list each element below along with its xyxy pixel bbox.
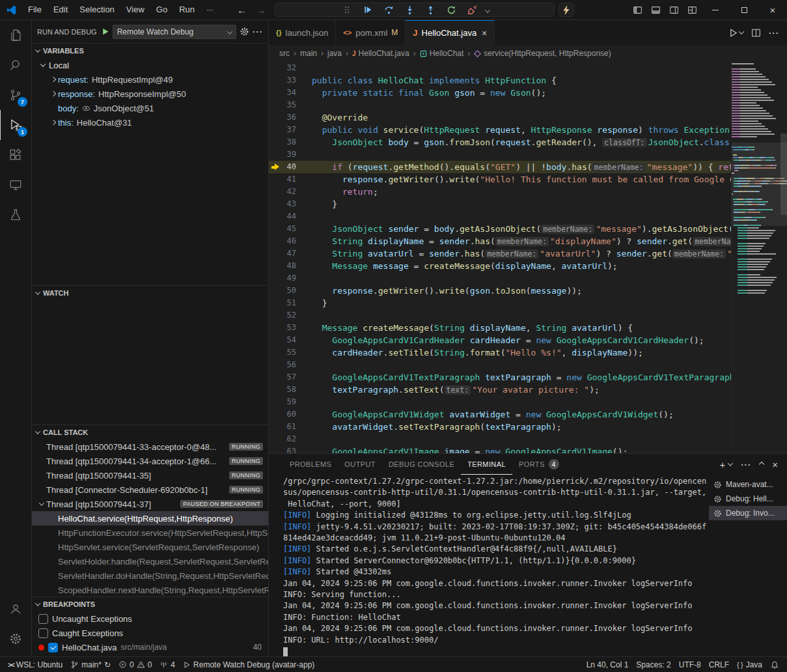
maximize-panel-icon[interactable] (760, 462, 764, 466)
panel-tab-output[interactable]: OUTPUT (338, 454, 382, 475)
breadcrumb-item[interactable]: JHelloChat.java (352, 49, 409, 58)
command-center[interactable] (275, 3, 555, 17)
menu-file[interactable]: File (22, 0, 48, 20)
code-line[interactable]: 44 (269, 210, 731, 223)
lazy-eval-eye-icon[interactable] (82, 104, 90, 113)
variable-row[interactable]: this:HelloChat@31 (32, 115, 268, 130)
code-line[interactable]: 40 if (request.getMethod().equals("GET")… (269, 161, 731, 173)
window-close-button[interactable]: × (758, 0, 787, 20)
window-maximize-button[interactable] (730, 0, 758, 20)
customize-layout-icon[interactable] (683, 0, 701, 20)
new-terminal-button[interactable]: + (719, 459, 732, 470)
ports-status[interactable]: 4 (156, 657, 179, 672)
git-branch-status[interactable]: main* ↻ (66, 657, 115, 672)
variable-row[interactable]: request:HttpRequestImpl@49 (32, 72, 268, 87)
code-line[interactable]: 53 Message createMessage(String displayN… (269, 322, 731, 334)
cursor-position[interactable]: Ln 40, Col 1 (583, 657, 633, 672)
terminal-list-item[interactable]: Debug: Invo... (709, 506, 787, 520)
menu-selection[interactable]: Selection (74, 0, 120, 20)
code-line[interactable]: 46 String displayName = sender.has(membe… (269, 235, 731, 247)
code-line[interactable]: 38 JsonObject body = gson.fromJson(reque… (269, 136, 731, 148)
terminal-list-item[interactable]: Debug: Hell... (709, 492, 787, 506)
panel-more-actions-icon[interactable]: ··· (741, 460, 751, 469)
breadcrumb-item[interactable]: src (279, 49, 290, 58)
editor-scrollbar[interactable] (780, 133, 787, 215)
code-line[interactable]: 62 (269, 433, 731, 445)
breakpoint-checkbox[interactable] (48, 643, 58, 652)
minimap[interactable] (731, 62, 787, 453)
stack-frame-row[interactable]: ScopedHandler.nextHandle(String,Request,… (32, 583, 268, 596)
code-line[interactable]: 59 (269, 396, 731, 408)
variable-row[interactable]: response:HttpResponseImpl@50 (32, 87, 268, 101)
nav-forward-icon[interactable]: → (256, 5, 266, 16)
problems-status[interactable]: 0 0 (115, 657, 156, 672)
scope-local[interactable]: Local (32, 58, 268, 72)
menu-edit[interactable]: Edit (48, 0, 74, 20)
language-mode[interactable]: { } Java (733, 657, 766, 672)
panel-tab-terminal[interactable]: TERMINAL (461, 454, 512, 475)
code-line[interactable]: 45 JsonObject sender = body.getAsJsonObj… (269, 223, 731, 235)
explorer-icon[interactable] (0, 20, 31, 50)
code-line[interactable]: 39 (269, 148, 731, 161)
callstack-thread-row[interactable]: Thread [qtp1500079441-34-acceptor-1@66..… (32, 454, 268, 468)
stack-frame-row[interactable]: HttpFunctionExecutor.service(HttpServlet… (32, 525, 268, 540)
code-line[interactable]: 32 (269, 62, 731, 74)
variable-row[interactable]: body:JsonObject@51 (32, 101, 268, 115)
code-line[interactable]: 55 cardHeader.setTitle(String.format("He… (269, 346, 731, 359)
code-line[interactable]: 58 textParagraph.setText(text:"Your avat… (269, 384, 731, 396)
split-editor-icon[interactable] (751, 28, 761, 38)
nav-back-icon[interactable]: ← (237, 5, 247, 16)
close-panel-icon[interactable]: × (772, 459, 778, 470)
remote-indicator[interactable]: >< WSL: Ubuntu (4, 657, 66, 672)
code-line[interactable]: 33public class HelloChat implements Http… (269, 74, 731, 87)
code-line[interactable]: 56 (269, 359, 731, 371)
code-line[interactable]: 54 GoogleAppsCardV1CardHeader cardHeader… (269, 334, 731, 346)
breakpoint-row[interactable]: HelloChat.javasrc/main/java40 (32, 640, 268, 654)
code-line[interactable]: 35 (269, 99, 731, 111)
callstack-thread-row[interactable]: Thread [qtp1500079441-35]RUNNING (32, 468, 268, 483)
indentation-status[interactable]: Spaces: 2 (632, 657, 674, 672)
callstack-thread-row[interactable]: Thread [qtp1500079441-37]PAUSED ON BREAK… (32, 497, 268, 511)
window-minimize-button[interactable] (701, 0, 730, 20)
editor-more-actions-icon[interactable]: ··· (769, 28, 779, 38)
debug-continue-button[interactable] (361, 3, 375, 16)
editor-tab-pom.xml[interactable]: <>pom.xmlM (336, 20, 406, 45)
breakpoints-header[interactable]: BREAKPOINTS (32, 597, 268, 611)
toggle-panel-icon[interactable] (646, 0, 665, 20)
code-line[interactable]: 57 GoogleAppsCardV1TextParagraph textPar… (269, 371, 731, 384)
search-icon[interactable] (0, 50, 31, 80)
menu-go[interactable]: Go (150, 0, 173, 20)
eol-status[interactable]: CRLF (705, 657, 733, 672)
notifications-bell-icon[interactable] (766, 657, 783, 672)
watch-header[interactable]: WATCH (32, 286, 268, 300)
run-and-debug-icon[interactable]: 1 (0, 110, 31, 140)
code-line[interactable]: 52 (269, 309, 731, 322)
start-debugging-button[interactable] (101, 27, 109, 36)
hot-code-replace-button[interactable] (559, 3, 574, 17)
code-line[interactable]: 48 Message message = createMessage(displ… (269, 260, 731, 272)
code-line[interactable]: 49 (269, 272, 731, 285)
code-line[interactable]: 34 private static final Gson gson = new … (269, 87, 731, 99)
code-line[interactable]: 61 avatarWidget.setTextParagraph(textPar… (269, 421, 731, 433)
breadcrumb-item[interactable]: java (327, 49, 342, 58)
breakpoint-checkbox[interactable] (38, 614, 48, 624)
extensions-icon[interactable] (0, 140, 31, 170)
breakpoint-row[interactable]: Uncaught Exceptions (32, 611, 268, 626)
code-line[interactable]: 63 GoogleAppsCardV1Image image = new Goo… (269, 445, 731, 453)
menu-view[interactable]: View (120, 0, 150, 20)
stack-frame-row[interactable]: HttpServlet.service(ServletRequest,Servl… (32, 540, 268, 554)
code-line[interactable]: 47 String avatarUrl = sender.has(memberN… (269, 247, 731, 260)
debug-step-into-button[interactable] (402, 3, 417, 16)
variables-header[interactable]: VARIABLES (32, 44, 268, 58)
code-line[interactable]: 43 } (269, 198, 731, 210)
stack-frame-row[interactable]: ServletHolder.handle(Request,ServletRequ… (32, 554, 268, 568)
breakpoint-checkbox[interactable] (38, 628, 48, 638)
breadcrumb-item[interactable]: service(HttpRequest, HttpResponse) (474, 49, 611, 58)
testing-icon[interactable] (0, 200, 31, 230)
code-editor[interactable]: 3233public class HelloChat implements Ht… (269, 62, 787, 453)
debug-disconnect-dropdown-icon[interactable] (486, 5, 490, 15)
configure-gear-icon[interactable] (240, 27, 249, 36)
toggle-secondary-sidebar-icon[interactable] (665, 0, 683, 20)
panel-tab-problems[interactable]: PROBLEMS (283, 454, 338, 475)
encoding-status[interactable]: UTF-8 (675, 657, 705, 672)
